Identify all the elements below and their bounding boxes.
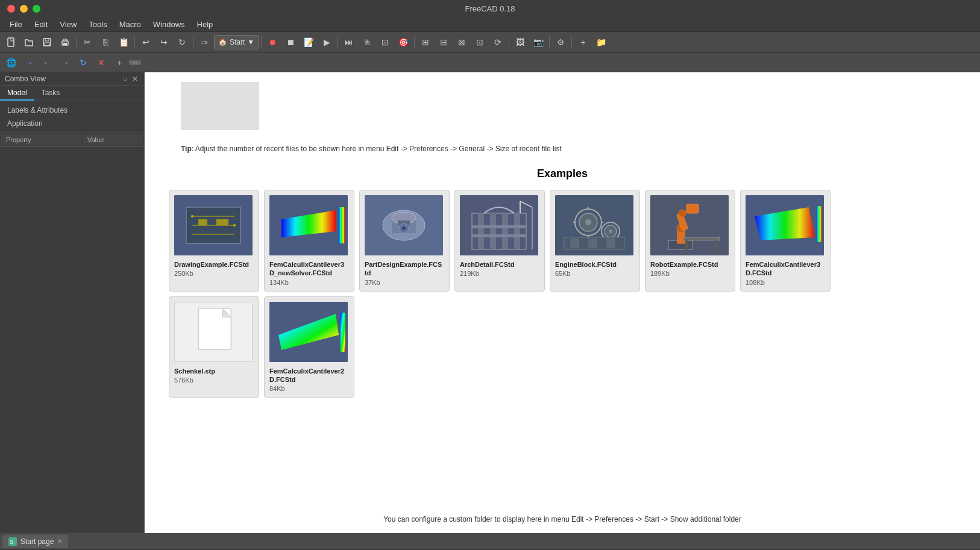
view-btn5[interactable]: ⊡ — [471, 34, 488, 50]
nav-minus[interactable]: — — [129, 60, 141, 65]
sidebar-close-button[interactable]: ✕ — [131, 75, 139, 83]
svg-rect-71 — [341, 313, 345, 352]
zoom-fit-button[interactable]: ⊡ — [377, 34, 394, 50]
play-button[interactable]: ▶ — [318, 34, 335, 50]
step-over-button[interactable]: ⏭ — [341, 34, 357, 50]
close-button[interactable] — [7, 5, 15, 13]
example-size-engine: 65Kb — [555, 270, 635, 277]
tab-close-button[interactable]: ✕ — [57, 538, 62, 545]
sidebar-item-application[interactable]: Application — [0, 117, 144, 130]
menu-tools[interactable]: Tools — [84, 19, 112, 30]
paste-button[interactable]: 📋 — [115, 34, 132, 50]
nav-back[interactable]: ← — [39, 55, 55, 70]
svg-rect-12 — [216, 219, 228, 225]
svg-point-56 — [679, 210, 686, 217]
svg-rect-57 — [686, 204, 699, 213]
settings-button[interactable]: ⚙ — [552, 34, 569, 50]
example-thumb-fem3d — [746, 195, 824, 255]
print-button[interactable] — [57, 34, 74, 50]
cut-button[interactable]: ✂ — [79, 34, 96, 50]
macro-edit-button[interactable]: 📝 — [300, 34, 317, 50]
tip-label: Tip — [181, 145, 192, 153]
svg-rect-32 — [472, 234, 526, 237]
property-panel: Property Value — [0, 133, 144, 241]
value-col-header: Value — [83, 134, 143, 145]
examples-section: Examples — [145, 163, 980, 402]
nav-stop[interactable]: ✕ — [93, 55, 110, 70]
menu-file[interactable]: File — [5, 19, 27, 30]
view-btn8[interactable]: 📷 — [530, 34, 547, 50]
main-toolbar: ✂ ⎘ 📋 ↩ ↪ ↻ ⇒ 🏠 Start ▼ ⏺ ⏹ 📝 ▶ ⏭ 🖱 ⊡ 🎯 … — [0, 31, 980, 53]
svg-rect-63 — [817, 206, 821, 242]
tip-content: : Adjust the number of recent files to b… — [192, 145, 562, 153]
nav-globe[interactable]: 🌐 — [2, 55, 19, 70]
sidebar-tab-tasks[interactable]: Tasks — [34, 86, 68, 101]
copy-button[interactable]: ⎘ — [97, 34, 114, 50]
workbench-label: Start — [230, 38, 245, 46]
svg-rect-17 — [339, 207, 345, 243]
view3d-button[interactable]: 🎯 — [395, 34, 412, 50]
example-card-fem3d[interactable]: FemCalculixCantilever3D.FCStd 108Kb — [740, 190, 831, 292]
example-card-arch[interactable]: ArchDetail.FCStd 219Kb — [454, 190, 545, 292]
property-table: Property Value — [0, 133, 144, 146]
svg-rect-29 — [502, 213, 508, 249]
folder-btn[interactable]: 📁 — [592, 34, 609, 50]
example-name-partdesign: PartDesignExample.FCStd — [365, 260, 444, 278]
example-card-fem3dnew[interactable]: FemCalculixCantilever3D_newSolver.FCStd … — [264, 190, 354, 292]
view-btn6[interactable]: ⟳ — [489, 34, 506, 50]
svg-point-46 — [609, 230, 612, 233]
example-thumb-arch — [460, 195, 538, 255]
example-card-fem2d[interactable]: FemCalculixCantilever2D.FCStd 84Kb — [264, 296, 354, 398]
window-controls[interactable] — [7, 5, 40, 13]
new-file-button[interactable] — [2, 34, 19, 50]
example-card-robot[interactable]: RobotExample.FCStd 189Kb — [645, 190, 735, 292]
examples-title: Examples — [169, 167, 956, 180]
stop-button[interactable]: ⏹ — [282, 34, 299, 50]
example-size-drawing: 250Kb — [174, 270, 254, 277]
example-size-schenkel: 576Kb — [174, 377, 254, 384]
svg-rect-11 — [198, 219, 207, 225]
sidebar-item-labels[interactable]: Labels & Attributes — [0, 104, 144, 117]
nav-toolbar: 🌐 → ← → ↻ ✕ + — — [0, 53, 980, 72]
example-card-schenkel[interactable]: Schenkel.stp 576Kb — [169, 296, 259, 398]
example-card-drawing[interactable]: DrawingExample.FCStd 250Kb — [169, 190, 259, 292]
nav-add[interactable]: + — [111, 55, 128, 70]
nav-forward[interactable]: → — [20, 55, 37, 70]
open-file-button[interactable] — [20, 34, 37, 50]
redo-button[interactable]: ↪ — [155, 34, 172, 50]
view-btn7[interactable]: 🖼 — [512, 34, 529, 50]
maximize-button[interactable] — [33, 5, 40, 13]
record-button[interactable]: ⏺ — [264, 34, 281, 50]
plus-btn[interactable]: + — [574, 34, 591, 50]
menu-help[interactable]: Help — [192, 19, 218, 30]
view-btn3[interactable]: ⊟ — [435, 34, 452, 50]
example-card-partdesign[interactable]: PartDesignExample.FCStd 37Kb — [359, 190, 450, 292]
arrow-button[interactable]: ⇒ — [196, 34, 213, 50]
menu-edit[interactable]: Edit — [30, 19, 52, 30]
svg-rect-31 — [472, 225, 526, 228]
view-btn2[interactable]: ⊞ — [417, 34, 434, 50]
nav-next[interactable]: → — [57, 55, 74, 70]
undo-button[interactable]: ↩ — [137, 34, 154, 50]
menu-macro[interactable]: Macro — [115, 19, 146, 30]
menu-view[interactable]: View — [55, 19, 81, 30]
sidebar-float-button[interactable]: ○ — [122, 75, 128, 83]
save-file-button[interactable] — [39, 34, 55, 50]
recent-files-placeholder — [181, 82, 259, 130]
examples-grid: DrawingExample.FCStd 250Kb — [169, 190, 956, 292]
nav-reload[interactable]: ↻ — [75, 55, 92, 70]
example-name-robot: RobotExample.FCStd — [650, 260, 730, 269]
sidebar-controls[interactable]: ○ ✕ — [122, 75, 139, 83]
sidebar-tab-model[interactable]: Model — [0, 86, 34, 101]
menu-windows[interactable]: Windows — [148, 19, 190, 30]
refresh-button[interactable]: ↻ — [174, 34, 190, 50]
main-layout: Combo View ○ ✕ Model Tasks Labels & Attr… — [0, 72, 980, 533]
example-card-engine[interactable]: EngineBlock.FCStd 65Kb — [550, 190, 640, 292]
svg-rect-49 — [588, 239, 597, 248]
minimize-button[interactable] — [20, 5, 28, 13]
svg-rect-50 — [606, 239, 615, 248]
workbench-selector[interactable]: 🏠 Start ▼ — [214, 35, 259, 49]
view-btn4[interactable]: ⊠ — [453, 34, 470, 50]
cursor-button[interactable]: 🖱 — [359, 34, 375, 50]
tab-start-page[interactable]: S Start page ✕ — [2, 535, 68, 548]
